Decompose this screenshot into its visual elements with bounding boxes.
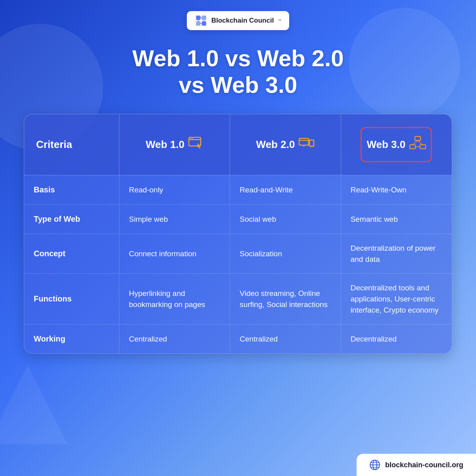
main-title: Web 1.0 vs Web 2.0 vs Web 3.0 bbox=[132, 45, 344, 98]
row-basis: Basis Read-only Read-and-Write Read-Writ… bbox=[24, 175, 452, 205]
table-body: Basis Read-only Read-and-Write Read-Writ… bbox=[24, 175, 452, 353]
svg-rect-2 bbox=[196, 21, 200, 26]
web3-functions: Decentralized tools and applications, Us… bbox=[341, 274, 452, 324]
globe-icon bbox=[369, 459, 380, 470]
web3-typeofweb: Semantic web bbox=[341, 205, 452, 234]
web3-concept: Decentralization of power and data bbox=[341, 234, 452, 273]
svg-rect-1 bbox=[202, 15, 206, 20]
header-criteria: Criteria bbox=[24, 114, 119, 175]
label-working: Working bbox=[24, 324, 119, 353]
label-typeofweb: Type of Web bbox=[24, 205, 119, 234]
title-line1: Web 1.0 vs Web 2.0 bbox=[132, 45, 344, 71]
footer: blockchain-council.org bbox=[357, 454, 476, 476]
svg-rect-21 bbox=[420, 145, 426, 149]
web3-header-inner: Web 3.0 bbox=[361, 127, 432, 162]
svg-rect-15 bbox=[309, 140, 314, 146]
label-concept: Concept bbox=[24, 234, 119, 273]
row-concept: Concept Connect information Socializatio… bbox=[24, 234, 452, 274]
logo-text: Blockchain Council bbox=[211, 17, 274, 25]
web1-basis: Read-only bbox=[119, 175, 230, 204]
web1-functions: Hyperlinking and bookmarking on pages bbox=[119, 274, 230, 324]
web1-icon bbox=[188, 137, 203, 152]
web3-icon bbox=[409, 136, 426, 153]
header-web2: Web 2.0 bbox=[230, 114, 341, 175]
svg-rect-13 bbox=[299, 138, 309, 145]
bg-circle-right bbox=[349, 8, 460, 119]
title-line2: vs Web 3.0 bbox=[179, 72, 298, 98]
web3-basis: Read-Write-Own bbox=[341, 175, 452, 204]
svg-point-10 bbox=[190, 138, 191, 139]
header-web1: Web 1.0 bbox=[119, 114, 230, 175]
svg-rect-3 bbox=[202, 21, 206, 26]
svg-rect-19 bbox=[415, 136, 420, 140]
web3-working: Decentralized bbox=[341, 324, 452, 353]
svg-line-22 bbox=[413, 140, 418, 145]
row-typeofweb: Type of Web Simple web Social web Semant… bbox=[24, 205, 452, 234]
web2-functions: Video streaming, Online surfing, Social … bbox=[230, 274, 341, 324]
logo-tm: ™ bbox=[278, 19, 281, 23]
svg-line-23 bbox=[418, 140, 423, 145]
row-functions: Functions Hyperlinking and bookmarking o… bbox=[24, 274, 452, 324]
svg-point-11 bbox=[192, 138, 193, 139]
footer-url: blockchain-council.org bbox=[385, 461, 463, 469]
web1-typeofweb: Simple web bbox=[119, 205, 230, 234]
web2-icon bbox=[299, 137, 315, 152]
header-web3: Web 3.0 bbox=[341, 114, 452, 175]
logo-bar: Blockchain Council™ bbox=[187, 11, 290, 30]
web2-typeofweb: Social web bbox=[230, 205, 341, 234]
web2-basis: Read-and-Write bbox=[230, 175, 341, 204]
bg-polygon bbox=[0, 365, 67, 444]
row-working: Working Centralized Centralized Decentra… bbox=[24, 324, 452, 353]
label-basis: Basis bbox=[24, 175, 119, 204]
web2-working: Centralized bbox=[230, 324, 341, 353]
web1-concept: Connect information bbox=[119, 234, 230, 273]
svg-rect-0 bbox=[196, 15, 200, 20]
table-header: Criteria Web 1.0 Web 2.0 bbox=[24, 114, 452, 175]
comparison-table: Criteria Web 1.0 Web 2.0 bbox=[24, 114, 452, 354]
blockchain-logo-icon bbox=[195, 14, 207, 27]
web1-working: Centralized bbox=[119, 324, 230, 353]
label-functions: Functions bbox=[24, 274, 119, 324]
web2-concept: Socialization bbox=[230, 234, 341, 273]
svg-rect-20 bbox=[410, 145, 415, 149]
